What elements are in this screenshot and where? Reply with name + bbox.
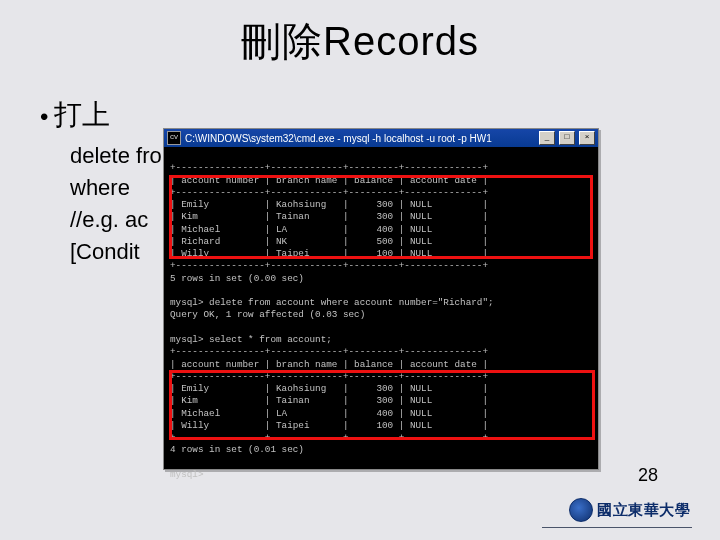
term-head: | account number | branch name | balance… [170,175,488,186]
term-delete-ok: Query OK, 1 row affected (0.03 sec) [170,309,365,320]
term-sep-top: +----------------+-------------+--------… [170,162,488,173]
term-row-a1: | Kim | Tainan | 300 | NULL | [170,395,488,406]
term-sep-mid: +----------------+-------------+--------… [170,187,488,198]
slide: 刪除Records •打上 delete fro where //e.g. ac… [0,0,720,540]
term-row-b2: | Michael | LA | 400 | NULL | [170,224,488,235]
code-line-4: [Condit [70,236,162,268]
term-sep2-bot: +----------------+-------------+--------… [170,432,488,443]
term-row-b1: | Kim | Tainan | 300 | NULL | [170,211,488,222]
code-hint-block: delete fro where //e.g. ac [Condit [70,140,162,268]
bullet-dot: • [40,103,48,130]
term-row-b3: | Richard | NK | 500 | NULL | [170,236,488,247]
cmd-title-text: C:\WINDOWS\system32\cmd.exe - mysql -h l… [185,133,535,144]
bullet-line: •打上 [40,96,110,134]
code-line-3: //e.g. ac [70,204,162,236]
term-select-cmd: mysql> select * from account; [170,334,332,345]
term-row-b0: | Emily | Kaohsiung | 300 | NULL | [170,199,488,210]
water [0,498,280,512]
page-number: 28 [638,465,658,486]
cmd-body[interactable]: +----------------+-------------+--------… [164,147,598,496]
term-delete-cmd: mysql> delete from account where account… [170,297,494,308]
code-line-2: where [70,172,162,204]
bullet-text: 打上 [54,99,110,130]
term-count-after: 4 rows in set (0.01 sec) [170,444,304,455]
footer-underline [542,527,692,528]
term-count-before: 5 rows in set (0.00 sec) [170,273,304,284]
code-line-1: delete fro [70,140,162,172]
university-logo: 國立東華大學 [569,498,690,522]
term-sep2-top: +----------------+-------------+--------… [170,346,488,357]
building-2 [75,454,103,512]
building-1 [30,432,70,512]
term-sep-bot: +----------------+-------------+--------… [170,260,488,271]
university-badge-icon [569,498,593,522]
university-name: 國立東華大學 [597,501,690,520]
cmd-icon: cv [167,131,181,145]
minimize-button[interactable]: _ [539,131,555,145]
close-button[interactable]: × [579,131,595,145]
term-row-a3: | Willy | Taipei | 100 | NULL | [170,420,488,431]
maximize-button[interactable]: □ [559,131,575,145]
term-sep2-mid: +----------------+-------------+--------… [170,371,488,382]
cmd-titlebar: cv C:\WINDOWS\system32\cmd.exe - mysql -… [164,129,598,147]
term-row-a0: | Emily | Kaohsiung | 300 | NULL | [170,383,488,394]
term-head2: | account number | branch name | balance… [170,359,488,370]
slide-title: 刪除Records [0,14,720,69]
term-row-a2: | Michael | LA | 400 | NULL | [170,408,488,419]
cmd-window: cv C:\WINDOWS\system32\cmd.exe - mysql -… [163,128,599,470]
term-prompt: mysql> [170,469,203,480]
term-row-b4: | Willy | Taipei | 100 | NULL | [170,248,488,259]
